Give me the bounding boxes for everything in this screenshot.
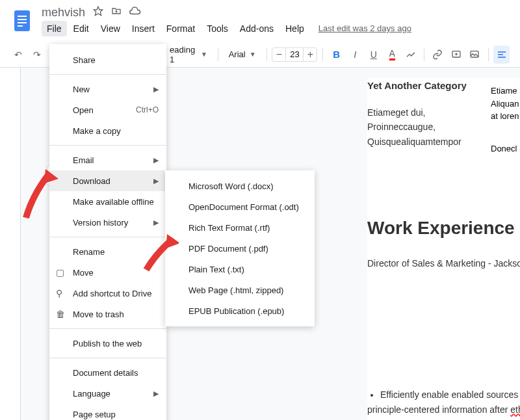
- trash-icon: 🗑: [56, 309, 68, 319]
- menu-share[interactable]: Share: [49, 49, 166, 70]
- menu-make-copy[interactable]: Make a copy: [49, 120, 166, 141]
- shortcut-icon: ⚲: [56, 288, 68, 298]
- insert-link-button[interactable]: [430, 46, 446, 64]
- menu-version-history[interactable]: Version history▶: [49, 212, 166, 233]
- svg-rect-0: [14, 10, 30, 31]
- cloud-status-icon[interactable]: [129, 5, 141, 20]
- align-left-button[interactable]: [493, 46, 510, 64]
- director-line: Director of Sales & Marketing - Jackso: [367, 256, 520, 270]
- category-body: Etiameget dui, Proinneccaugue, Quisqueal…: [367, 105, 484, 149]
- download-odt[interactable]: OpenDocument Format (.odt): [165, 196, 315, 217]
- download-rtf[interactable]: Rich Text Format (.rtf): [165, 217, 315, 238]
- menu-rename[interactable]: Rename: [49, 241, 166, 262]
- menu-view[interactable]: View: [96, 21, 125, 36]
- menu-file[interactable]: File: [42, 21, 67, 36]
- font-size-decrease[interactable]: −: [272, 49, 285, 60]
- move-folder-icon[interactable]: [111, 6, 122, 19]
- menu-language[interactable]: Language▶: [49, 383, 166, 404]
- menubar: File Edit View Insert Format Tools Add-o…: [42, 21, 510, 36]
- font-size-control: − 23 +: [272, 47, 317, 62]
- document-title[interactable]: mehvish: [42, 6, 85, 20]
- menu-format[interactable]: Format: [161, 21, 200, 36]
- menu-edit[interactable]: Edit: [68, 21, 94, 36]
- menu-doc-details[interactable]: Document details: [49, 362, 166, 383]
- font-size-value[interactable]: 23: [285, 48, 304, 61]
- menu-trash[interactable]: 🗑Move to trash: [49, 304, 166, 324]
- font-select[interactable]: Arial▼: [224, 46, 261, 64]
- undo-button[interactable]: ↶: [10, 46, 27, 64]
- download-epub[interactable]: EPUB Publication (.epub): [165, 300, 315, 321]
- text-color-button[interactable]: A: [384, 46, 400, 64]
- menu-add-shortcut[interactable]: ⚲Add shortcut to Drive: [49, 283, 166, 304]
- font-size-increase[interactable]: +: [304, 49, 317, 60]
- download-html[interactable]: Web Page (.html, zipped): [165, 280, 315, 300]
- menu-help[interactable]: Help: [280, 21, 309, 36]
- google-docs-icon[interactable]: [10, 9, 34, 33]
- menu-open[interactable]: OpenCtrl+O: [49, 99, 166, 120]
- menu-insert[interactable]: Insert: [127, 21, 160, 36]
- work-experience-heading: Work Experience: [367, 214, 520, 243]
- star-icon[interactable]: [93, 6, 103, 19]
- download-pdf[interactable]: PDF Document (.pdf): [165, 238, 315, 259]
- menu-email[interactable]: Email▶: [49, 150, 166, 170]
- svg-rect-1: [18, 16, 27, 17]
- menu-addons[interactable]: Add-ons: [235, 21, 279, 36]
- title-area: mehvish File Edit View Insert Format Too…: [42, 5, 510, 36]
- menu-new[interactable]: New▶: [49, 79, 166, 99]
- menu-tools[interactable]: Tools: [202, 21, 233, 36]
- underline-button[interactable]: U: [365, 46, 382, 64]
- file-menu-dropdown: Share New▶ OpenCtrl+O Make a copy Email▶…: [49, 44, 166, 420]
- bold-button[interactable]: B: [328, 46, 344, 64]
- style-select[interactable]: eading 1▼: [164, 46, 213, 64]
- menu-page-setup[interactable]: Page setup: [49, 404, 166, 420]
- svg-rect-3: [18, 22, 27, 23]
- bullet-item-1: Efficiently enable enabled sourcesprinci…: [380, 387, 520, 417]
- insert-comment-button[interactable]: [448, 46, 464, 64]
- download-submenu: Microsoft Word (.docx) OpenDocument Form…: [165, 170, 315, 326]
- menu-download[interactable]: Download▶: [49, 170, 166, 191]
- header: mehvish File Edit View Insert Format Too…: [0, 0, 520, 42]
- vertical-ruler: [0, 68, 21, 420]
- svg-rect-2: [18, 19, 27, 20]
- bullet-list: Efficiently enable enabled sourcesprinci…: [367, 387, 520, 420]
- italic-button[interactable]: I: [347, 46, 363, 64]
- side-text-block: Etiame Aliquan at loren Donecl: [491, 85, 519, 155]
- menu-publish[interactable]: Publish to the web: [49, 333, 166, 354]
- menu-move[interactable]: ▢Move: [49, 262, 166, 283]
- svg-marker-5: [94, 7, 102, 15]
- last-edit-link[interactable]: Last edit was 2 days ago: [318, 21, 411, 36]
- download-txt[interactable]: Plain Text (.txt): [165, 259, 315, 280]
- svg-rect-4: [18, 25, 23, 27]
- redo-button[interactable]: ↷: [29, 46, 46, 64]
- highlight-button[interactable]: [403, 46, 419, 64]
- download-docx[interactable]: Microsoft Word (.docx): [165, 176, 315, 196]
- menu-make-offline[interactable]: Make available offline: [49, 191, 166, 212]
- insert-image-button[interactable]: [467, 46, 483, 64]
- folder-icon: ▢: [56, 267, 68, 278]
